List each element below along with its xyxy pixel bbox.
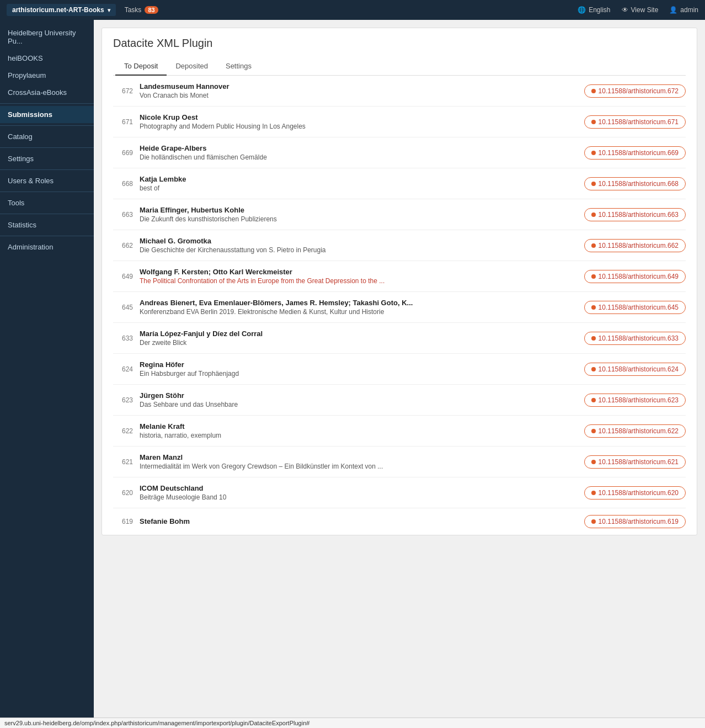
item-doi[interactable]: 10.11588/arthistoricum.620 [584, 486, 686, 499]
item-number: 624 [113, 365, 133, 373]
item-title: ICOM Deutschland [140, 484, 578, 492]
item-info: Heide Grape-Albers Die holländischen und… [140, 144, 578, 161]
item-number: 633 [113, 334, 133, 342]
sidebar-settings-label: Settings [8, 155, 34, 163]
brand-dropdown[interactable]: arthistoricum.net-ART-Books ▾ [7, 4, 116, 16]
sidebar-administration-label: Administration [8, 243, 53, 251]
sidebar-catalog-label: Catalog [8, 132, 33, 141]
sidebar-submissions-label: Submissions [8, 110, 52, 119]
item-info: Andreas Bienert, Eva Emenlauer-Blömers, … [140, 299, 578, 316]
tab-to-deposit[interactable]: To Deposit [115, 57, 167, 76]
doi-circle-icon [591, 89, 596, 93]
item-number: 662 [113, 242, 133, 249]
item-number: 663 [113, 211, 133, 219]
item-doi[interactable]: 10.11588/arthistoricum.672 [584, 84, 686, 98]
doi-link[interactable]: 10.11588/arthistoricum.622 [584, 424, 686, 438]
view-site-label: View Site [631, 6, 659, 14]
brand-label: arthistoricum.net-ART-Books [12, 6, 104, 14]
item-doi[interactable]: 10.11588/arthistoricum.633 [584, 332, 686, 345]
item-doi[interactable]: 10.11588/arthistoricum.622 [584, 424, 686, 438]
sidebar-item-settings[interactable]: Settings [0, 150, 94, 167]
list-item: 619 Stefanie Bohm 10.11588/arthistoricum… [113, 508, 686, 535]
item-doi[interactable]: 10.11588/arthistoricum.624 [584, 363, 686, 376]
doi-circle-icon [591, 519, 596, 524]
sidebar-divider-7 [0, 236, 94, 236]
item-title: Andreas Bienert, Eva Emenlauer-Blömers, … [140, 299, 578, 307]
content-panel: Datacite XML Plugin To Deposit Deposited… [102, 28, 697, 535]
item-doi[interactable]: 10.11588/arthistoricum.649 [584, 270, 686, 283]
doi-value: 10.11588/arthistoricum.668 [599, 180, 679, 188]
content-header: Datacite XML Plugin To Deposit Deposited… [102, 28, 697, 76]
item-number: 619 [113, 518, 133, 525]
item-doi[interactable]: 10.11588/arthistoricum.663 [584, 208, 686, 221]
list-item: 663 Maria Effinger, Hubertus Kohle Die Z… [113, 199, 686, 230]
doi-link[interactable]: 10.11588/arthistoricum.619 [584, 515, 686, 528]
item-title: Stefanie Bohm [140, 517, 578, 525]
sidebar-statistics-label: Statistics [8, 221, 36, 229]
doi-link[interactable]: 10.11588/arthistoricum.624 [584, 363, 686, 376]
sidebar-item-tools[interactable]: Tools [0, 194, 94, 211]
sidebar-divider-2 [0, 125, 94, 126]
doi-link[interactable]: 10.11588/arthistoricum.672 [584, 84, 686, 98]
item-doi[interactable]: 10.11588/arthistoricum.645 [584, 301, 686, 314]
sidebar-item-catalog[interactable]: Catalog [0, 128, 94, 145]
view-site-link[interactable]: 👁 View Site [622, 6, 659, 14]
item-title: Landesmuseum Hannover [140, 82, 578, 91]
doi-link[interactable]: 10.11588/arthistoricum.633 [584, 332, 686, 345]
topbar-right: 🌐 English 👁 View Site 👤 admin [578, 6, 698, 14]
user-icon: 👤 [669, 6, 677, 14]
item-doi[interactable]: 10.11588/arthistoricum.662 [584, 239, 686, 252]
tab-settings[interactable]: Settings [217, 57, 260, 76]
sidebar-item-administration[interactable]: Administration [0, 238, 94, 256]
item-title: Katja Lembke [140, 175, 578, 183]
doi-circle-icon [591, 212, 596, 217]
doi-link[interactable]: 10.11588/arthistoricum.620 [584, 486, 686, 499]
doi-link[interactable]: 10.11588/arthistoricum.669 [584, 146, 686, 160]
tasks-button[interactable]: Tasks 83 [125, 6, 158, 14]
item-subtitle: historia, narratio, exemplum [140, 432, 578, 439]
item-doi[interactable]: 10.11588/arthistoricum.619 [584, 515, 686, 528]
language-selector[interactable]: 🌐 English [578, 6, 610, 14]
item-subtitle: Photography and Modern Public Housing In… [140, 123, 578, 130]
sidebar-item-submissions[interactable]: Submissions [0, 106, 94, 123]
doi-link[interactable]: 10.11588/arthistoricum.645 [584, 301, 686, 314]
doi-circle-icon [591, 274, 596, 279]
sidebar-item-propylaeum[interactable]: Propylaeum [0, 67, 94, 84]
doi-link[interactable]: 10.11588/arthistoricum.649 [584, 270, 686, 283]
list-item: 621 Maren Manzl Intermedialität im Werk … [113, 447, 686, 477]
list-item: 669 Heide Grape-Albers Die holländischen… [113, 137, 686, 168]
item-number: 672 [113, 87, 133, 95]
item-number: 621 [113, 458, 133, 466]
doi-link[interactable]: 10.11588/arthistoricum.662 [584, 239, 686, 252]
admin-link[interactable]: 👤 admin [669, 6, 698, 14]
item-doi[interactable]: 10.11588/arthistoricum.668 [584, 177, 686, 190]
list-item: 671 Nicole Krup Oest Photography and Mod… [113, 107, 686, 137]
doi-link[interactable]: 10.11588/arthistoricum.621 [584, 455, 686, 469]
list-item: 662 Michael G. Gromotka Die Geschichte d… [113, 230, 686, 261]
tab-deposited[interactable]: Deposited [167, 57, 217, 76]
doi-circle-icon [591, 120, 596, 124]
list-item: 623 Jürgen Stöhr Das Sehbare und das Uns… [113, 385, 686, 416]
doi-link[interactable]: 10.11588/arthistoricum.671 [584, 115, 686, 129]
doi-link[interactable]: 10.11588/arthistoricum.663 [584, 208, 686, 221]
item-doi[interactable]: 10.11588/arthistoricum.669 [584, 146, 686, 160]
sidebar-item-heibooks[interactable]: heiBOOKS [0, 50, 94, 67]
item-subtitle: best of [140, 184, 578, 192]
doi-circle-icon [591, 151, 596, 155]
sidebar-item-users[interactable]: Users & Roles [0, 172, 94, 189]
item-doi[interactable]: 10.11588/arthistoricum.671 [584, 115, 686, 129]
item-doi[interactable]: 10.11588/arthistoricum.621 [584, 455, 686, 469]
doi-link[interactable]: 10.11588/arthistoricum.623 [584, 394, 686, 407]
item-info: Nicole Krup Oest Photography and Modern … [140, 113, 578, 130]
doi-link[interactable]: 10.11588/arthistoricum.668 [584, 177, 686, 190]
sidebar-item-heidelberg[interactable]: Heidelberg University Pu... [0, 24, 94, 50]
item-title: Maren Manzl [140, 453, 578, 461]
item-title: Wolfgang F. Kersten; Otto Karl Werckmeis… [140, 268, 578, 276]
list-item: 624 Regina Höfer Ein Habsburger auf Trop… [113, 354, 686, 385]
item-doi[interactable]: 10.11588/arthistoricum.623 [584, 394, 686, 407]
item-title: Melanie Kraft [140, 422, 578, 431]
item-subtitle: Das Sehbare und das Unsehbare [140, 401, 578, 408]
sidebar-item-crossasia[interactable]: CrossAsia-eBooks [0, 84, 94, 101]
sidebar-item-statistics[interactable]: Statistics [0, 216, 94, 233]
item-subtitle: Ein Habsburger auf Trophäenjagd [140, 370, 578, 378]
